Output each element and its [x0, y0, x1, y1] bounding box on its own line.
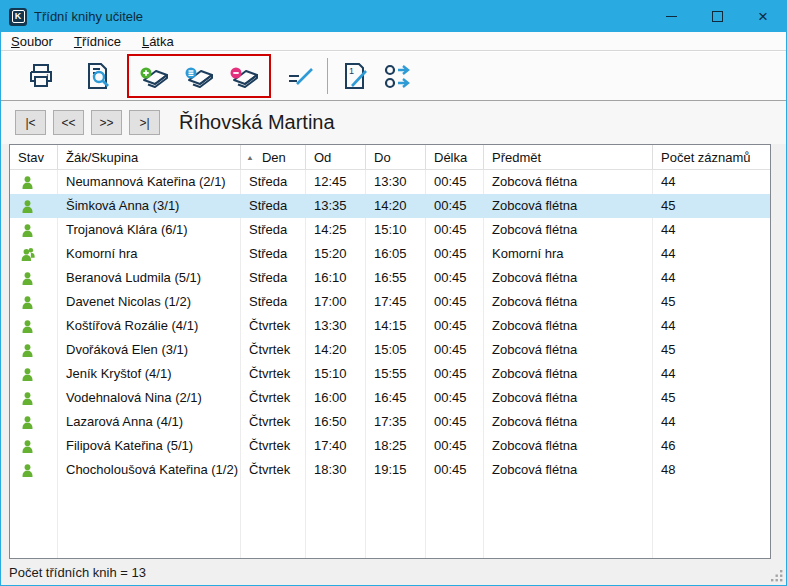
cell-pocet: 44 — [653, 218, 770, 242]
cell-pocet: 44 — [653, 362, 770, 386]
table-row[interactable]: Chocholoušová Kateřina (1/2)Čtvrtek18:30… — [10, 458, 770, 482]
column-header-stav[interactable]: Stav — [10, 145, 58, 169]
student-person-icon — [20, 199, 35, 214]
cell-do: 16:55 — [366, 266, 426, 290]
column-header-name[interactable]: Žák/Skupina — [58, 145, 241, 169]
cell-od: 12:45 — [306, 170, 366, 194]
print-icon[interactable] — [25, 60, 57, 92]
cell-do: 15:55 — [366, 362, 426, 386]
cell-name: Lazarová Anna (4/1) — [58, 410, 241, 434]
cell-predmet: Zobcová flétna — [484, 362, 653, 386]
table-row[interactable]: Beranová Ludmila (5/1)Středa16:1016:5500… — [10, 266, 770, 290]
table-row[interactable]: Komorní hraStředa15:2016:0500:45Komorní … — [10, 242, 770, 266]
cell-predmet: Zobcová flétna — [484, 314, 653, 338]
cell-do: 18:25 — [366, 434, 426, 458]
window-title: Třídní knihy učitele — [34, 9, 143, 24]
cell-delka: 00:45 — [426, 386, 484, 410]
status-text: Počet třídních knih = 13 — [9, 565, 146, 580]
cell-do: 17:35 — [366, 410, 426, 434]
nav-next-button[interactable]: >> — [91, 110, 122, 135]
student-person-icon — [20, 175, 35, 190]
cell-stav — [10, 410, 58, 434]
classbook-list-icon[interactable] — [183, 60, 215, 92]
table-row[interactable]: Dvořáková Elen (3/1)Čtvrtek14:2015:0500:… — [10, 338, 770, 362]
cell-pocet: 45 — [653, 386, 770, 410]
table-row[interactable]: Lazarová Anna (4/1)Čtvrtek16:5017:3500:4… — [10, 410, 770, 434]
menu-item-l-tka[interactable]: Látka — [142, 34, 174, 49]
record-edit-icon[interactable]: 1 — [338, 60, 370, 92]
cell-delka: 00:45 — [426, 266, 484, 290]
cell-od: 14:25 — [306, 218, 366, 242]
student-person-icon — [20, 415, 35, 430]
cell-od: 17:40 — [306, 434, 366, 458]
maximize-button[interactable] — [694, 1, 740, 32]
table-row[interactable]: Jeník Kryštof (4/1)Čtvrtek15:1015:5500:4… — [10, 362, 770, 386]
close-button[interactable]: × — [740, 1, 786, 32]
table-row[interactable]: Šimková Anna (3/1)Středa13:3514:2000:45Z… — [10, 194, 770, 218]
minimize-button[interactable] — [648, 1, 694, 32]
menu-item-soubor[interactable]: Soubor — [11, 34, 53, 49]
table-row[interactable]: Vodehnalová Nina (2/1)Čtvrtek16:0016:450… — [10, 386, 770, 410]
cell-predmet: Zobcová flétna — [484, 386, 653, 410]
column-header-predmet[interactable]: Předmět — [484, 145, 653, 169]
menu-item-t-dnice[interactable]: Třídnice — [74, 34, 121, 49]
column-header-pocet[interactable]: Počet záznamů — [653, 145, 770, 169]
table-row[interactable]: Neumannová Kateřina (2/1)Středa12:4513:3… — [10, 170, 770, 194]
resize-grip[interactable] — [771, 570, 783, 582]
cell-name: Vodehnalová Nina (2/1) — [58, 386, 241, 410]
cell-delka: 00:45 — [426, 338, 484, 362]
student-person-icon — [20, 319, 35, 334]
cell-den: Středa — [241, 242, 306, 266]
cell-den: Středa — [241, 194, 306, 218]
cell-delka: 00:45 — [426, 242, 484, 266]
table-row[interactable]: Davenet Nicolas (1/2)Středa17:0017:4500:… — [10, 290, 770, 314]
classbook-table: StavŽák/Skupina▲DenOdDoDélkaPředmětPočet… — [9, 144, 771, 559]
print-preview-icon[interactable] — [81, 60, 113, 92]
student-person-icon — [20, 295, 35, 310]
cell-den: Středa — [241, 266, 306, 290]
cell-pocet: 45 — [653, 338, 770, 362]
cell-od: 18:30 — [306, 458, 366, 482]
app-window: K Třídní knihy učitele × SouborTřídniceL… — [0, 0, 787, 586]
classbook-add-icon[interactable] — [138, 60, 170, 92]
cell-stav — [10, 170, 58, 194]
cell-od: 13:35 — [306, 194, 366, 218]
classbook-remove-icon[interactable] — [228, 60, 260, 92]
nav-first-button[interactable]: |< — [15, 110, 46, 135]
cell-den: Středa — [241, 218, 306, 242]
cell-predmet: Zobcová flétna — [484, 458, 653, 482]
student-group-icon — [20, 247, 35, 262]
cell-pocet: 45 — [653, 194, 770, 218]
column-header-do[interactable]: Do — [366, 145, 426, 169]
nav-last-button[interactable]: >| — [129, 110, 160, 135]
cell-predmet: Zobcová flétna — [484, 170, 653, 194]
column-label: Do — [374, 146, 391, 169]
column-header-od[interactable]: Od — [306, 145, 366, 169]
cell-od: 16:10 — [306, 266, 366, 290]
cell-predmet: Zobcová flétna — [484, 194, 653, 218]
student-person-icon — [20, 271, 35, 286]
column-header-den[interactable]: ▲Den — [241, 145, 306, 169]
cell-delka: 00:45 — [426, 362, 484, 386]
teacher-name-title: Říhovská Martina — [179, 111, 335, 134]
column-header-delka[interactable]: Délka — [426, 145, 484, 169]
window-controls: × — [648, 1, 786, 32]
cell-predmet: Zobcová flétna — [484, 434, 653, 458]
cell-predmet: Komorní hra — [484, 242, 653, 266]
cell-stav — [10, 242, 58, 266]
cell-do: 19:15 — [366, 458, 426, 482]
lesson-edit-icon[interactable] — [285, 60, 317, 92]
table-row[interactable]: Filipová Kateřina (5/1)Čtvrtek17:4018:25… — [10, 434, 770, 458]
cell-od: 14:20 — [306, 338, 366, 362]
table-row[interactable]: Trojanová Klára (6/1)Středa14:2515:1000:… — [10, 218, 770, 242]
nav-prev-button[interactable]: << — [53, 110, 84, 135]
table-row[interactable]: Koštířová Rozálie (4/1)Čtvrtek13:3014:15… — [10, 314, 770, 338]
cell-od: 17:00 — [306, 290, 366, 314]
cell-od: 13:30 — [306, 314, 366, 338]
cell-pocet: 46 — [653, 434, 770, 458]
cell-stav — [10, 218, 58, 242]
transfer-students-icon[interactable] — [382, 60, 414, 92]
cell-do: 17:45 — [366, 290, 426, 314]
titlebar: K Třídní knihy učitele × — [1, 1, 786, 32]
menu-bar: SouborTřídniceLátka — [1, 32, 786, 51]
